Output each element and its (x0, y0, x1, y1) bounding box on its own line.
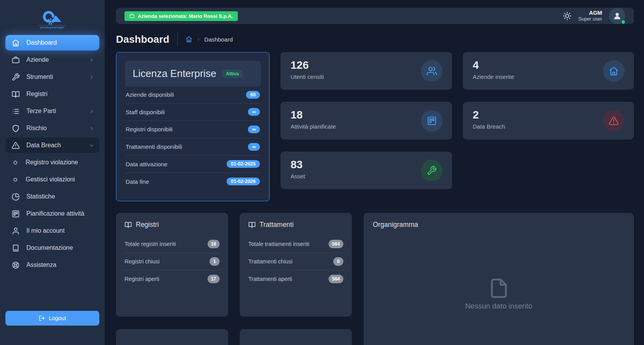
sidebar-item-aziende[interactable]: Aziende (5, 52, 99, 68)
avatar[interactable] (609, 8, 625, 24)
organigramma-card: Organigramma Nessun dato inserito (364, 213, 634, 345)
trattamenti-card: Trattamenti Totale trattamenti inseriti … (240, 213, 352, 317)
license-row-staff-disponibili: Staff disponibili ∞ (125, 104, 261, 121)
sidebar-item-strumenti[interactable]: Strumenti (5, 69, 99, 85)
file-icon (488, 278, 509, 299)
partial-card (116, 329, 228, 345)
user-icon (12, 227, 20, 235)
info-row-totale-registri-inseriti: Totale registri inseriti 18 (125, 235, 220, 253)
stat-label: Aziende inserite (473, 73, 624, 80)
stat-card-asset: 83 Asset (280, 152, 452, 189)
support-icon (12, 261, 20, 269)
license-card: Licenza Enterprise Attiva Aziende dispon… (116, 52, 270, 201)
organigramma-empty-state: Nessun dato inserito (373, 229, 625, 310)
sidebar-item-label: Registri (26, 91, 95, 98)
main-content: Azienda selezionata: Mario Rossi S.p.A. … (105, 0, 644, 345)
sidebar-item-dashboard[interactable]: Dashboard (5, 35, 99, 51)
registri-card-header: Registri (125, 221, 220, 229)
info-row-count-pill: 18 (208, 240, 220, 248)
stat-icon-circle (421, 110, 443, 132)
sidebar-item-documentazione[interactable]: Documentazione (5, 240, 99, 256)
license-row-registri-disponibili: Registri disponibili ∞ (125, 121, 261, 138)
sidebar-item-label: Rischio (26, 125, 89, 132)
trattamenti-card-title: Trattamenti (260, 221, 294, 229)
info-row-count-pill: 0 (333, 257, 343, 266)
stat-card-attivita-pianificate: 18 Attività pianificate (280, 102, 452, 139)
theme-toggle-sun-icon[interactable] (563, 12, 571, 20)
company-selected-badge: Azienda selezionata: Mario Rossi S.p.A. (125, 11, 238, 21)
circle-icon (12, 159, 19, 166)
chevron-right-icon (89, 57, 95, 63)
stat-value: 83 (291, 159, 442, 171)
license-header: Licenza Enterprise Attiva (125, 61, 261, 86)
title-row: Dashboard Dashboard (116, 33, 634, 46)
license-rows: Aziende disponibili 60 Staff disponibili… (125, 86, 261, 190)
sidebar-item-label: Terze Parti (26, 108, 89, 115)
license-value-pill: ∞ (248, 125, 260, 133)
info-row-label: Totale registri inseriti (125, 241, 176, 247)
book-icon (12, 90, 20, 98)
chevron-down-icon (89, 143, 95, 148)
user-icon (613, 11, 622, 21)
stat-label: Asset (291, 173, 442, 179)
stat-value: 4 (473, 59, 624, 71)
kanban-icon (427, 116, 437, 126)
sidebar-item-data-breach[interactable]: Data Breach (5, 138, 99, 153)
sidebar-item-statistiche[interactable]: Statistiche (5, 189, 99, 204)
info-row-label: Registri chiusi (125, 258, 159, 265)
wrench-icon (427, 166, 437, 176)
sidebar-item-label: Assistenza (26, 261, 95, 268)
sidebar-item-pianificazione-attivita[interactable]: Pianificazione attività (5, 206, 99, 221)
shield-icon (12, 124, 20, 132)
info-row-count-pill: 1 (209, 257, 220, 266)
license-value-pill: ∞ (248, 143, 260, 151)
warning-icon (12, 141, 20, 150)
book-icon (248, 221, 256, 228)
brand-name: privacymanager (38, 25, 67, 29)
license-row-label: Data fine (126, 178, 149, 185)
license-row-label: Staff disponibili (126, 109, 165, 115)
sidebar-item-rischio[interactable]: Rischio (5, 120, 99, 136)
stat-icon-circle (603, 110, 625, 132)
organigramma-empty-text: Nessun dato inserito (465, 302, 532, 310)
sidebar-item-terze-parti[interactable]: Terze Parti (5, 103, 99, 119)
sidebar-item-registri[interactable]: Registri (5, 86, 99, 102)
stat-card-aziende-inserite: 4 Aziende inserite (463, 52, 634, 90)
license-row-data-attivazione: Data attivazione 01-02-2025 (125, 155, 261, 173)
wrench-icon (12, 73, 20, 81)
sidebar-item-label: Documentazione (26, 244, 95, 251)
chevron-right-icon (89, 74, 95, 80)
user-role: Super user (578, 16, 602, 23)
briefcase-icon (12, 56, 20, 64)
sidebar-item-gestisci-violazioni[interactable]: Gestisci violazioni (5, 172, 99, 187)
logout-button[interactable]: Logout (5, 311, 99, 326)
circle-icon (12, 176, 19, 183)
license-row-trattamenti-disponibili: Trattamenti disponibili ∞ (125, 138, 261, 156)
page-title: Dashboard (116, 33, 170, 45)
stat-icon-circle (421, 160, 443, 181)
trattamenti-card-header: Trattamenti (248, 221, 343, 229)
info-row-trattamenti-chiusi: Trattamenti chiusi 0 (248, 253, 343, 270)
license-title: Licenza Enterprise (133, 68, 216, 80)
info-row-label: Trattamenti chiusi (248, 258, 293, 265)
trattamenti-column: Trattamenti Totale trattamenti inseriti … (240, 213, 352, 345)
info-row-count-pill: 564 (329, 240, 343, 248)
info-row-count-pill: 17 (208, 275, 220, 283)
sidebar-item-label: Statistiche (26, 193, 95, 200)
sidebar-item-assistenza[interactable]: Assistenza (5, 257, 99, 273)
license-value-pill: ∞ (248, 108, 260, 116)
info-row-registri-aperti: Registri aperti 17 (125, 270, 220, 288)
chevron-right-icon (196, 37, 201, 42)
home-icon[interactable] (185, 36, 192, 43)
sidebar: privacymanager Dashboard Aziende Strumen… (0, 0, 105, 345)
briefcase-icon (129, 13, 135, 19)
stats-row: Licenza Enterprise Attiva Aziende dispon… (116, 52, 634, 201)
license-value-pill: 01-02-2026 (227, 178, 260, 185)
sidebar-item-label: Gestisci violazioni (26, 176, 95, 183)
sidebar-item-label: Dashboard (26, 39, 95, 46)
sidebar-item-registro-violazione[interactable]: Registro violazione (5, 155, 99, 170)
sidebar-item-il-mio-account[interactable]: Il mio account (5, 223, 99, 239)
license-row-data-fine: Data fine 01-02-2026 (125, 173, 261, 190)
trattamenti-rows: Totale trattamenti inseriti 564 Trattame… (248, 235, 343, 288)
info-row-count-pill: 564 (329, 275, 343, 283)
